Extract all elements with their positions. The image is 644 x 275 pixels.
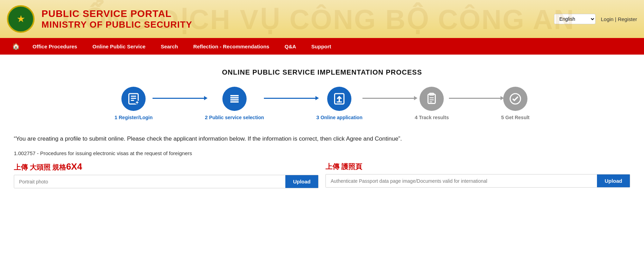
passport-label-text: 上傳 護照頁	[325, 162, 362, 171]
portrait-label-text: 上傳 大頭照 規格6X4	[14, 161, 82, 172]
passport-upload-section: 上傳 護照頁 Upload	[325, 162, 630, 188]
check-icon	[509, 93, 522, 105]
portrait-upload-section: 上傳 大頭照 規格6X4 Upload	[14, 161, 319, 188]
step-4-circle	[420, 87, 444, 111]
step-1-text: Register/Login	[119, 115, 153, 120]
nav-home-icon[interactable]: 🏠	[7, 42, 25, 50]
process-title: ONLINE PUBLIC SERVICE IMPLEMENTATION PRO…	[14, 68, 630, 76]
navbar: 🏠 Office Procedures Online Public Servic…	[0, 38, 644, 55]
portrait-size: 6X4	[66, 161, 82, 172]
header-title: PUBLIC SERVICE PORTAL MINISTRY OF PUBLIC…	[42, 8, 192, 30]
step-4: 4 Track results	[415, 87, 449, 120]
nav-search[interactable]: Search	[153, 38, 186, 55]
step-3: 3 Online application	[316, 87, 362, 120]
header: ★ PUBLIC SERVICE PORTAL MINISTRY OF PUBL…	[0, 0, 644, 38]
nav-qa[interactable]: Q&A	[277, 38, 304, 55]
step-2-number: 2	[205, 114, 208, 120]
language-selector[interactable]: English Tiếng Việt	[554, 14, 596, 24]
upload-icon	[333, 93, 346, 105]
header-title-line1: PUBLIC SERVICE PORTAL	[42, 8, 192, 19]
language-dropdown[interactable]: English Tiếng Việt	[554, 14, 596, 24]
auth-separator: |	[614, 16, 618, 22]
info-text: “You are creating a profile to submit on…	[14, 134, 429, 143]
passport-upload-button[interactable]: Upload	[597, 174, 630, 187]
logo: ★	[7, 5, 35, 33]
connector-1-2	[153, 98, 205, 99]
header-left: ★ PUBLIC SERVICE PORTAL MINISTRY OF PUBL…	[7, 5, 192, 33]
step-2: 2 Public service selection	[205, 87, 264, 120]
steps-container: 1 Register/Login 2 Public service select…	[114, 87, 530, 120]
register-link[interactable]: Register	[618, 16, 637, 22]
list-icon	[228, 93, 241, 105]
step-1: 1 Register/Login	[114, 87, 153, 120]
step-5-circle	[503, 87, 527, 111]
passport-input[interactable]	[326, 175, 597, 187]
portrait-upload-button[interactable]: Upload	[285, 175, 318, 188]
step-1-label: 1 Register/Login	[114, 114, 153, 120]
header-title-line2: MINISTRY OF PUBLIC SECURITY	[42, 19, 192, 30]
step-2-circle	[222, 87, 247, 111]
main-content: ONLINE PUBLIC SERVICE IMPLEMENTATION PRO…	[0, 55, 644, 195]
procedure-info: 1.002757 - Procedures for issuing electr…	[14, 150, 630, 156]
step-5-number: 5	[501, 114, 504, 120]
register-icon	[127, 93, 140, 105]
step-5-label: 5 Get Result	[501, 114, 530, 120]
nav-online-public-service[interactable]: Online Public Service	[85, 38, 153, 55]
portrait-input-row: Upload	[14, 175, 319, 188]
clipboard-icon	[425, 93, 438, 105]
portrait-label-main: 上傳 大頭照 規格	[14, 163, 66, 171]
passport-input-row: Upload	[325, 174, 630, 188]
step-3-label: 3 Online application	[316, 114, 362, 120]
step-5: 5 Get Result	[501, 87, 530, 120]
connector-3-4	[362, 98, 415, 99]
header-right: English Tiếng Việt Login | Register	[554, 14, 637, 24]
step-2-text: Public service selection	[209, 115, 264, 120]
passport-chinese-label: 上傳 護照頁	[325, 162, 630, 174]
nav-support[interactable]: Support	[304, 38, 339, 55]
upload-row: 上傳 大頭照 規格6X4 Upload 上傳 護照頁 Upload	[14, 161, 630, 188]
login-link[interactable]: Login	[601, 16, 614, 22]
step-4-number: 4	[415, 114, 417, 120]
auth-links: Login | Register	[601, 16, 637, 22]
logo-star: ★	[17, 14, 25, 24]
portrait-input[interactable]	[14, 176, 285, 188]
connector-4-5	[449, 98, 501, 99]
step-1-circle	[121, 87, 146, 111]
step-3-circle	[327, 87, 351, 111]
step-2-label: 2 Public service selection	[205, 114, 264, 120]
step-5-text: Get Result	[505, 115, 530, 120]
step-4-label: 4 Track results	[415, 114, 449, 120]
step-3-number: 3	[316, 114, 319, 120]
portrait-chinese-label: 上傳 大頭照 規格6X4	[14, 161, 319, 175]
connector-2-3	[264, 98, 316, 99]
nav-office-procedures[interactable]: Office Procedures	[25, 38, 85, 55]
step-3-text: Online application	[321, 115, 362, 120]
step-4-text: Track results	[419, 115, 449, 120]
nav-reflection-recommendations[interactable]: Reflection - Recommendations	[186, 38, 277, 55]
step-1-number: 1	[114, 114, 117, 120]
